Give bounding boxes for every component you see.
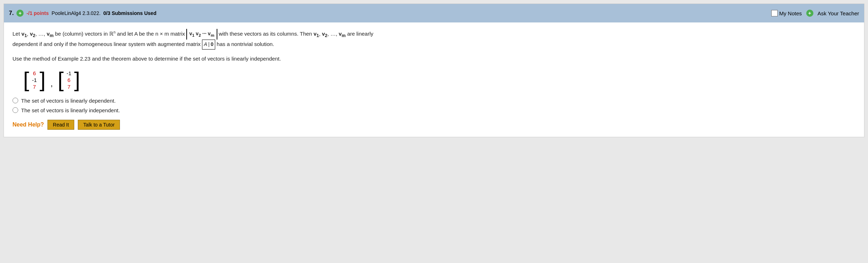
bracket-left-2: [ <box>58 69 64 91</box>
vector2-row1: -1 <box>66 70 71 76</box>
my-notes-label: My Notes <box>779 10 802 16</box>
bracket-left-1: [ <box>23 69 29 91</box>
option2-label[interactable]: The set of vectors is linearly independe… <box>21 107 120 113</box>
vectors-section: [ 6 -1 7 ] , [ -1 6 7 ] <box>23 69 856 91</box>
bracket-right-2: ] <box>74 69 80 91</box>
need-help-section: Need Help? Read It Talk to a Tutor <box>12 120 856 130</box>
comma-separator: , <box>51 79 53 91</box>
header-right: My Notes + Ask Your Teacher <box>771 10 859 17</box>
augmented-matrix: A|0 <box>202 40 215 50</box>
question-body: Let v1, v2, …, vm be (column) vectors in… <box>4 22 864 137</box>
option1-label[interactable]: The set of vectors is linearly dependent… <box>21 98 116 104</box>
vector2-bracket: [ -1 6 7 ] <box>58 69 80 91</box>
talk-to-tutor-button[interactable]: Talk to a Tutor <box>78 120 120 130</box>
vector2-row2: 6 <box>67 77 70 83</box>
points-text: -/1 points <box>26 10 49 16</box>
header-left: 7. + -/1 points PooleLinAlg4 2.3.022. 0/… <box>9 10 156 17</box>
use-method-text: Use the method of Example 2.23 and the t… <box>12 55 856 63</box>
plus-icon: + <box>16 10 24 17</box>
theorem-text: Let v1, v2, …, vm be (column) vectors in… <box>12 29 856 50</box>
option2-container: The set of vectors is linearly independe… <box>12 107 856 113</box>
submissions-text: 0/3 Submissions Used <box>104 10 157 16</box>
vm-label: vm <box>47 31 54 37</box>
bracket-right-1: ] <box>40 69 46 91</box>
ask-teacher-plus-icon: + <box>806 10 813 17</box>
ask-teacher-label: Ask Your Teacher <box>818 10 859 16</box>
vector1-values: 6 -1 7 <box>29 69 40 91</box>
read-it-button[interactable]: Read It <box>47 120 74 130</box>
option2-radio[interactable] <box>12 107 18 113</box>
vector1-row1: 6 <box>33 70 36 76</box>
option1-radio[interactable] <box>12 98 18 103</box>
vector1-bracket: [ 6 -1 7 ] <box>23 69 46 91</box>
v1-label: v1 <box>21 31 27 37</box>
vector2-row3: 7 <box>67 84 70 90</box>
need-help-label: Need Help? <box>12 122 44 128</box>
my-notes-button[interactable]: My Notes <box>771 10 802 16</box>
vector1-row2: -1 <box>32 77 37 83</box>
question-number: 7. <box>9 10 14 16</box>
vector2-values: -1 6 7 <box>64 69 74 91</box>
option1-container: The set of vectors is linearly dependent… <box>12 98 856 104</box>
question-container: 7. + -/1 points PooleLinAlg4 2.3.022. 0/… <box>4 4 864 137</box>
vector1-row3: 7 <box>33 84 36 90</box>
source-text: PooleLinAlg4 2.3.022. <box>52 10 101 16</box>
notes-icon <box>771 10 778 16</box>
ask-teacher-button[interactable]: Ask Your Teacher <box>818 10 859 16</box>
v2-label: v2 <box>30 31 35 37</box>
matrix-inline: v1 v2 ··· vm <box>186 29 217 40</box>
question-header: 7. + -/1 points PooleLinAlg4 2.3.022. 0/… <box>4 4 864 22</box>
